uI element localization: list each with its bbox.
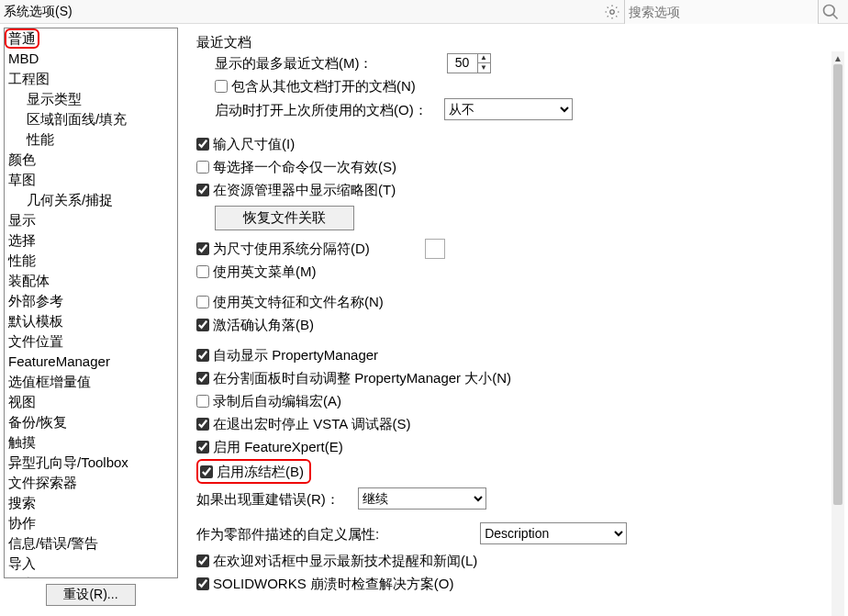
sidebar-item-22[interactable]: 文件探索器 (5, 473, 177, 493)
thumbnails-label: 在资源管理器中显示缩略图(T) (213, 179, 396, 200)
sidebar-item-4[interactable]: 区域剖面线/填充 (5, 109, 177, 129)
svg-line-2 (833, 15, 838, 19)
settings-search-icon (604, 4, 620, 20)
welcome-news-checkbox[interactable] (196, 554, 209, 567)
sidebar-item-24[interactable]: 协作 (5, 513, 177, 533)
sidebar-item-10[interactable]: 选择 (5, 230, 177, 251)
sidebar-item-18[interactable]: 视图 (5, 392, 177, 412)
sidebar-item-19[interactable]: 备份/恢复 (5, 412, 177, 432)
svg-point-1 (824, 6, 835, 17)
sidebar-item-8[interactable]: 几何关系/捕捉 (5, 190, 177, 210)
sidebar-item-7[interactable]: 草图 (5, 170, 177, 190)
confirm-corner-label: 激活确认角落(B) (213, 314, 314, 335)
max-docs-value: 50 (448, 52, 477, 73)
welcome-news-label: 在欢迎对话框中显示最新技术提醒和新闻(L) (213, 550, 477, 571)
sidebar-column: 普通MBD工程图显示类型区域剖面线/填充性能颜色草图几何关系/捕捉显示选择性能装… (0, 24, 182, 616)
system-options-tab[interactable]: 系统选项(S) (4, 4, 73, 20)
sidebar-item-26[interactable]: 导入 (5, 554, 177, 574)
search-area (604, 0, 842, 24)
auto-resize-checkbox[interactable] (196, 372, 209, 385)
recent-docs-title: 最近文档 (196, 31, 844, 52)
sidebar-item-2[interactable]: 工程图 (5, 69, 177, 89)
stop-vsta-label: 在退出宏时停止 VSTA 调试器(S) (213, 413, 411, 434)
crash-check-checkbox[interactable] (196, 577, 209, 590)
freezebar-checkbox[interactable] (200, 465, 213, 478)
sidebar-item-15[interactable]: 文件位置 (5, 331, 177, 352)
sidebar-item-9[interactable]: 显示 (5, 210, 177, 230)
auto-pm-label: 自动显示 PropertyManager (213, 344, 378, 365)
auto-resize-label: 在分割面板时自动调整 PropertyManager 大小(N) (213, 367, 511, 388)
auto-pm-checkbox[interactable] (196, 349, 209, 362)
custom-prop-label: 作为零部件描述的自定义属性: (196, 523, 379, 544)
sidebar-item-20[interactable]: 触摸 (5, 432, 177, 453)
sidebar-item-0[interactable]: 普通 (5, 28, 39, 49)
stop-vsta-checkbox[interactable] (196, 418, 209, 431)
english-feat-label: 使用英文特征和文件名称(N) (213, 291, 384, 312)
open-last-label: 启动时打开上次所使用的文档(O)： (215, 99, 428, 120)
include-other-docs-checkbox[interactable] (215, 80, 228, 93)
content-panel: 最近文档 显示的最多最近文档(M)： 50 ▲ ▼ 包含从其他文档打开的文档(N… (182, 24, 848, 616)
reset-button[interactable]: 重设(R)... (46, 584, 135, 606)
search-icon[interactable] (819, 0, 842, 24)
include-other-docs-label: 包含从其他文档打开的文档(N) (231, 75, 416, 96)
restore-assoc-button[interactable]: 恢复文件关联 (215, 206, 354, 230)
custom-prop-select[interactable]: Description (480, 522, 627, 544)
sys-separator-checkbox[interactable] (196, 242, 209, 255)
rebuild-error-label: 如果出现重建错误(R)： (196, 488, 340, 510)
sidebar-item-3[interactable]: 显示类型 (5, 89, 177, 109)
rebuild-error-select[interactable]: 继续 (358, 487, 486, 510)
input-dim-checkbox[interactable] (196, 138, 209, 151)
spinner-up-icon[interactable]: ▲ (477, 53, 490, 63)
sidebar-item-16[interactable]: FeatureManager (5, 352, 177, 372)
sidebar-item-11[interactable]: 性能 (5, 251, 177, 271)
sidebar-item-6[interactable]: 颜色 (5, 150, 177, 170)
top-bar: 系统选项(S) (0, 0, 848, 24)
auto-macro-checkbox[interactable] (196, 395, 209, 408)
open-last-select[interactable]: 从不 (444, 98, 573, 120)
sidebar-item-27[interactable]: 导出 (5, 574, 177, 578)
scroll-up-icon[interactable]: ▲ (831, 51, 844, 64)
scrollbar-thumb[interactable] (833, 64, 842, 505)
sidebar-item-21[interactable]: 异型孔向导/Toolbox (5, 453, 177, 473)
confirm-corner-checkbox[interactable] (196, 319, 209, 331)
auto-macro-label: 录制后自动编辑宏(A) (213, 390, 341, 411)
single-cmd-checkbox[interactable] (196, 161, 209, 174)
main-area: 普通MBD工程图显示类型区域剖面线/填充性能颜色草图几何关系/捕捉显示选择性能装… (0, 24, 848, 616)
sidebar-item-23[interactable]: 搜索 (5, 493, 177, 513)
sidebar-tree[interactable]: 普通MBD工程图显示类型区域剖面线/填充性能颜色草图几何关系/捕捉显示选择性能装… (4, 28, 178, 578)
max-docs-spinner[interactable]: 50 ▲ ▼ (447, 53, 491, 73)
english-feat-checkbox[interactable] (196, 296, 209, 308)
sidebar-item-17[interactable]: 选值框增量值 (5, 372, 177, 392)
input-dim-label: 输入尺寸值(I) (213, 133, 295, 154)
vertical-scrollbar[interactable]: ▲ ▼ (831, 51, 844, 616)
search-input[interactable] (624, 0, 819, 24)
svg-point-0 (610, 10, 615, 15)
max-docs-label: 显示的最多最近文档(M)： (215, 52, 374, 73)
sidebar-item-14[interactable]: 默认模板 (5, 311, 177, 331)
sidebar-item-13[interactable]: 外部参考 (5, 291, 177, 311)
single-cmd-label: 每选择一个命令仅一次有效(S) (213, 156, 396, 177)
sys-separator-label: 为尺寸使用系统分隔符(D) (213, 238, 370, 259)
featurexpert-label: 启用 FeatureXpert(E) (213, 436, 343, 457)
english-menu-checkbox[interactable] (196, 265, 209, 278)
crash-check-label: SOLIDWORKS 崩溃时检查解决方案(O) (213, 573, 454, 594)
sidebar-item-25[interactable]: 信息/错误/警告 (5, 533, 177, 554)
featurexpert-checkbox[interactable] (196, 441, 209, 454)
sidebar-item-12[interactable]: 装配体 (5, 271, 177, 291)
freezebar-label: 启用冻结栏(B) (217, 461, 304, 482)
sidebar-item-5[interactable]: 性能 (5, 129, 177, 150)
spinner-down-icon[interactable]: ▼ (477, 63, 490, 73)
english-menu-label: 使用英文菜单(M) (213, 261, 317, 282)
separator-display-box (425, 239, 445, 259)
thumbnails-checkbox[interactable] (196, 184, 209, 196)
sidebar-item-1[interactable]: MBD (5, 49, 177, 69)
